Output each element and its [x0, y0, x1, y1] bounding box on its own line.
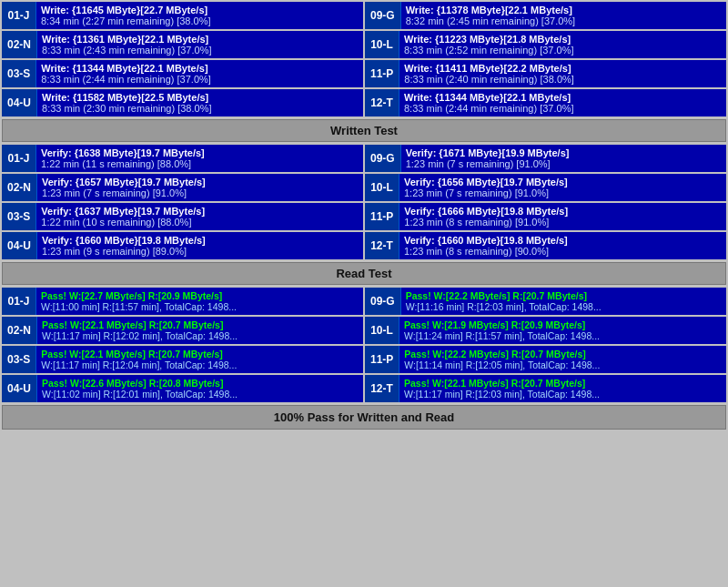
drive-info: Write: {11223 MByte}[21.8 MByte/s]8:33 m…	[399, 31, 726, 58]
drive-info: Pass! W:[22.1 MByte/s] R:[20.7 MByte/s]W…	[399, 375, 726, 402]
verify-grid: 01-JVerify: {1638 MByte}[19.7 MByte/s]1:…	[2, 145, 726, 259]
pass-section: 01-JPass! W:[22.7 MByte/s] R:[20.9 MByte…	[2, 288, 726, 402]
drive-cell-04-u: 04-UWrite: {11582 MByte}[22.5 MByte/s]8:…	[2, 89, 363, 116]
drive-cell-02-n: 02-NWrite: {11361 MByte}[22.1 MByte/s]8:…	[2, 31, 363, 58]
drive-label: 02-N	[2, 174, 37, 201]
drive-label: 12-T	[365, 232, 399, 259]
drive-line2: 1:23 min (8 s remaining) [91.0%]	[404, 217, 722, 228]
drive-label: 03-S	[2, 346, 36, 373]
drive-info: Pass! W:[22.1 MByte/s] R:[20.7 MByte/s]W…	[37, 317, 363, 344]
drive-info: Pass! W:[22.1 MByte/s] R:[20.7 MByte/s]W…	[36, 346, 363, 373]
drive-info: Verify: {1660 MByte}[19.8 MByte/s]1:23 m…	[399, 232, 726, 259]
drive-info: Verify: {1666 MByte}[19.8 MByte/s]1:23 m…	[399, 203, 726, 230]
drive-label: 09-G	[365, 288, 401, 315]
drive-line2: W:[11:17 min] R:[12:02 min], TotalCap: 1…	[42, 330, 359, 341]
drive-label: 04-U	[2, 375, 37, 402]
write-section: 01-JWrite: {11645 MByte}[22.7 MByte/s]8:…	[2, 2, 726, 142]
drive-label: 09-G	[365, 145, 401, 172]
drive-line1: Verify: {1657 MByte}[19.7 MByte/s]	[42, 177, 359, 187]
read-section-header: Read Test	[2, 262, 726, 285]
drive-info: Write: {11582 MByte}[22.5 MByte/s]8:33 m…	[37, 89, 363, 116]
drive-line2: W:[11:14 min] R:[12:05 min], TotalCap: 1…	[404, 359, 722, 370]
drive-cell-02-n: 02-NVerify: {1657 MByte}[19.7 MByte/s]1:…	[2, 174, 363, 201]
drive-cell-04-u: 04-UPass! W:[22.6 MByte/s] R:[20.8 MByte…	[2, 375, 363, 402]
drive-cell-11-p: 11-PPass! W:[22.2 MByte/s] R:[20.7 MByte…	[365, 346, 726, 373]
drive-cell-12-t: 12-TVerify: {1660 MByte}[19.8 MByte/s]1:…	[365, 232, 726, 259]
drive-line2: W:[11:17 min] R:[12:03 min], TotalCap: 1…	[404, 389, 722, 400]
main-container: 01-JWrite: {11645 MByte}[22.7 MByte/s]8:…	[0, 0, 728, 431]
drive-label: 04-U	[2, 232, 37, 259]
drive-line1: Pass! W:[22.7 MByte/s] R:[20.9 MByte/s]	[41, 290, 359, 301]
drive-line1: Verify: {1660 MByte}[19.8 MByte/s]	[404, 235, 722, 246]
drive-line1: Write: {11378 MByte}[22.1 MByte/s]	[406, 5, 722, 15]
drive-label: 04-U	[2, 89, 37, 116]
drive-label: 12-T	[365, 89, 399, 116]
drive-line2: 8:33 min (2:44 min remaining) [37.0%]	[41, 74, 359, 85]
drive-label: 03-S	[2, 60, 36, 87]
drive-line2: 1:22 min (10 s remaining) [88.0%]	[41, 217, 359, 228]
drive-cell-02-n: 02-NPass! W:[22.1 MByte/s] R:[20.7 MByte…	[2, 317, 363, 344]
drive-info: Pass! W:[22.6 MByte/s] R:[20.8 MByte/s]W…	[37, 375, 363, 402]
drive-line2: 1:23 min (9 s remaining) [89.0%]	[42, 246, 359, 257]
drive-info: Write: {11344 MByte}[22.1 MByte/s]8:33 m…	[399, 89, 726, 116]
drive-cell-12-t: 12-TPass! W:[22.1 MByte/s] R:[20.7 MByte…	[365, 375, 726, 402]
drive-cell-10-l: 10-LVerify: {1656 MByte}[19.7 MByte/s]1:…	[365, 174, 726, 201]
drive-cell-11-p: 11-PWrite: {11411 MByte}[22.2 MByte/s]8:…	[365, 60, 726, 87]
drive-cell-01-j: 01-JVerify: {1638 MByte}[19.7 MByte/s]1:…	[2, 145, 363, 172]
drive-label: 10-L	[365, 174, 399, 201]
drive-cell-01-j: 01-JWrite: {11645 MByte}[22.7 MByte/s]8:…	[2, 2, 363, 29]
drive-line1: Write: {11645 MByte}[22.7 MByte/s]	[41, 5, 359, 15]
drive-cell-09-g: 09-GVerify: {1671 MByte}[19.9 MByte/s]1:…	[365, 145, 726, 172]
drive-line1: Write: {11411 MByte}[22.2 MByte/s]	[404, 63, 722, 74]
drive-line1: Write: {11582 MByte}[22.5 MByte/s]	[42, 92, 359, 103]
drive-line2: 8:33 min (2:44 min remaining) [37.0%]	[404, 103, 722, 114]
drive-label: 10-L	[365, 31, 399, 58]
drive-line1: Pass! W:[22.2 MByte/s] R:[20.7 MByte/s]	[406, 290, 722, 301]
drive-label: 11-P	[365, 60, 399, 87]
drive-line2: 1:23 min (7 s remaining) [91.0%]	[42, 187, 359, 198]
drive-label: 10-L	[365, 317, 399, 344]
drive-line1: Pass! W:[21.9 MByte/s] R:[20.9 MByte/s]	[404, 319, 722, 330]
drive-cell-12-t: 12-TWrite: {11344 MByte}[22.1 MByte/s]8:…	[365, 89, 726, 116]
drive-info: Pass! W:[22.2 MByte/s] R:[20.7 MByte/s]W…	[401, 288, 726, 315]
drive-line2: 8:33 min (2:43 min remaining) [37.0%]	[42, 45, 359, 56]
drive-label: 11-P	[365, 203, 399, 230]
drive-line1: Pass! W:[22.1 MByte/s] R:[20.7 MByte/s]	[404, 378, 722, 389]
drive-label: 02-N	[2, 317, 37, 344]
drive-line1: Verify: {1637 MByte}[19.7 MByte/s]	[41, 206, 359, 217]
drive-line2: 1:23 min (7 s remaining) [91.0%]	[404, 187, 722, 198]
drive-line1: Verify: {1656 MByte}[19.7 MByte/s]	[404, 177, 722, 187]
verify-section: 01-JVerify: {1638 MByte}[19.7 MByte/s]1:…	[2, 145, 726, 285]
drive-info: Verify: {1657 MByte}[19.7 MByte/s]1:23 m…	[37, 174, 363, 201]
drive-line2: W:[11:17 min] R:[12:04 min], TotalCap: 1…	[41, 359, 359, 370]
drive-line2: W:[11:00 min] R:[11:57 min], TotalCap: 1…	[41, 301, 359, 312]
drive-line1: Write: {11223 MByte}[21.8 MByte/s]	[404, 34, 722, 45]
drive-line2: 1:23 min (8 s remaining) [90.0%]	[404, 246, 722, 257]
drive-info: Verify: {1660 MByte}[19.8 MByte/s]1:23 m…	[37, 232, 363, 259]
write-section-header: Written Test	[2, 119, 726, 142]
drive-cell-03-s: 03-SWrite: {11344 MByte}[22.1 MByte/s]8:…	[2, 60, 363, 87]
drive-line2: W:[11:16 min] R:[12:03 min], TotalCap: 1…	[406, 301, 722, 312]
drive-line1: Write: {11344 MByte}[22.1 MByte/s]	[404, 92, 722, 103]
drive-line1: Pass! W:[22.1 MByte/s] R:[20.7 MByte/s]	[41, 349, 359, 359]
drive-line1: Pass! W:[22.6 MByte/s] R:[20.8 MByte/s]	[42, 378, 359, 389]
drive-cell-09-g: 09-GPass! W:[22.2 MByte/s] R:[20.7 MByte…	[365, 288, 726, 315]
drive-line2: 8:34 min (2:27 min remaining) [38.0%]	[41, 15, 359, 26]
drive-info: Write: {11361 MByte}[22.1 MByte/s]8:33 m…	[37, 31, 363, 58]
drive-info: Write: {11344 MByte}[22.1 MByte/s]8:33 m…	[36, 60, 363, 87]
drive-line1: Pass! W:[22.2 MByte/s] R:[20.7 MByte/s]	[404, 349, 722, 359]
drive-line1: Write: {11361 MByte}[22.1 MByte/s]	[42, 34, 359, 45]
drive-line2: 8:33 min (2:30 min remaining) [38.0%]	[42, 103, 359, 114]
drive-line1: Write: {11344 MByte}[22.1 MByte/s]	[41, 63, 359, 74]
drive-line2: W:[11:02 min] R:[12:01 min], TotalCap: 1…	[42, 389, 359, 400]
drive-line2: 8:33 min (2:52 min remaining) [37.0%]	[404, 45, 722, 56]
drive-label: 01-J	[2, 145, 36, 172]
drive-label: 02-N	[2, 31, 37, 58]
drive-line1: Verify: {1638 MByte}[19.7 MByte/s]	[41, 147, 359, 158]
drive-info: Verify: {1637 MByte}[19.7 MByte/s]1:22 m…	[36, 203, 363, 230]
drive-label: 09-G	[365, 2, 401, 29]
pass-grid: 01-JPass! W:[22.7 MByte/s] R:[20.9 MByte…	[2, 288, 726, 402]
drive-info: Pass! W:[22.2 MByte/s] R:[20.7 MByte/s]W…	[399, 346, 726, 373]
drive-line1: Pass! W:[22.1 MByte/s] R:[20.7 MByte/s]	[42, 319, 359, 330]
drive-cell-10-l: 10-LWrite: {11223 MByte}[21.8 MByte/s]8:…	[365, 31, 726, 58]
